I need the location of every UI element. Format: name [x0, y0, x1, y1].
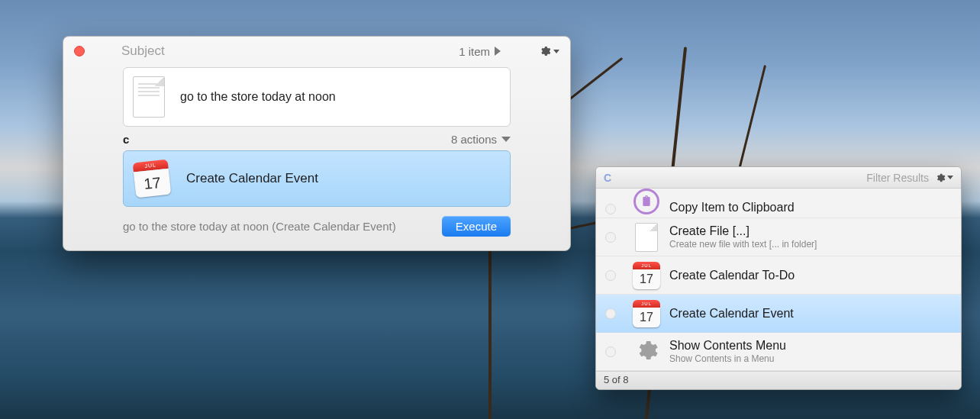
- action-subtitle: Show Contents in a Menu: [669, 353, 952, 364]
- subject-text: go to the store today at noon: [180, 90, 336, 104]
- action-row-create-file[interactable]: Create File [...] Create new file with t…: [596, 218, 961, 256]
- action-row-calendar-todo[interactable]: JUL 17 Create Calendar To-Do: [596, 256, 961, 295]
- clipboard-icon: [633, 189, 659, 214]
- settings-menu-button[interactable]: [935, 172, 953, 183]
- chevron-down-icon: [501, 137, 511, 142]
- action-title: Create Calendar Event: [669, 307, 952, 321]
- item-count: 1 item: [459, 45, 490, 58]
- action-filter-row[interactable]: c 8 actions: [123, 133, 511, 146]
- chevron-down-icon: [947, 176, 953, 179]
- actions-list-panel: C Filter Results Copy Item to Clipboard: [595, 166, 962, 390]
- radio-icon: [605, 308, 616, 319]
- panel-header: Subject 1 item: [63, 37, 570, 66]
- next-item-arrow-icon[interactable]: [495, 47, 501, 56]
- subject-label: Subject: [121, 44, 459, 59]
- action-row-calendar-event[interactable]: JUL 17 Create Calendar Event: [596, 295, 961, 333]
- selected-action-label: Create Calendar Event: [186, 171, 318, 186]
- chevron-down-icon: [553, 50, 559, 53]
- gear-icon: [634, 338, 659, 366]
- action-row-show-contents[interactable]: Show Contents Menu Show Contents in a Me…: [596, 333, 961, 371]
- calendar-icon: JUL 17: [133, 160, 172, 198]
- radio-icon: [605, 346, 616, 357]
- launcher-panel: Subject 1 item go to the store today at …: [63, 36, 571, 251]
- action-title: Create File [...]: [669, 224, 952, 238]
- radio-icon: [605, 270, 616, 281]
- footer-row: go to the store today at noon (Create Ca…: [123, 216, 511, 237]
- selected-action-row[interactable]: JUL 17 Create Calendar Event: [123, 150, 511, 207]
- radio-icon: [605, 232, 616, 243]
- action-title: Create Calendar To-Do: [669, 269, 952, 282]
- actions-list: Copy Item to Clipboard Create File [...]…: [596, 189, 961, 371]
- filter-char: c: [123, 133, 451, 146]
- summary-text: go to the store today at noon (Create Ca…: [123, 220, 442, 233]
- gear-icon: [539, 45, 551, 57]
- document-icon: [133, 76, 165, 118]
- gear-icon: [935, 172, 946, 183]
- panel2-header: C Filter Results: [596, 167, 961, 189]
- subject-input-row[interactable]: go to the store today at noon: [123, 67, 511, 127]
- filter-indicator: C: [604, 172, 611, 184]
- radio-icon: [605, 204, 616, 214]
- file-icon: [635, 223, 658, 252]
- calendar-icon: JUL 17: [633, 262, 660, 289]
- filter-results-label[interactable]: Filter Results: [866, 172, 929, 184]
- settings-menu-button[interactable]: [539, 45, 559, 57]
- execute-button[interactable]: Execute: [442, 216, 511, 237]
- action-row-clipboard[interactable]: Copy Item to Clipboard: [596, 189, 961, 218]
- results-counter: 5 of 8: [596, 371, 961, 389]
- action-subtitle: Create new file with text [... in folder…: [669, 239, 952, 250]
- calendar-icon: JUL 17: [633, 300, 660, 327]
- actions-count: 8 actions: [451, 133, 497, 146]
- close-button[interactable]: [74, 46, 85, 56]
- action-title: Copy Item to Clipboard: [669, 201, 952, 214]
- action-title: Show Contents Menu: [669, 339, 952, 353]
